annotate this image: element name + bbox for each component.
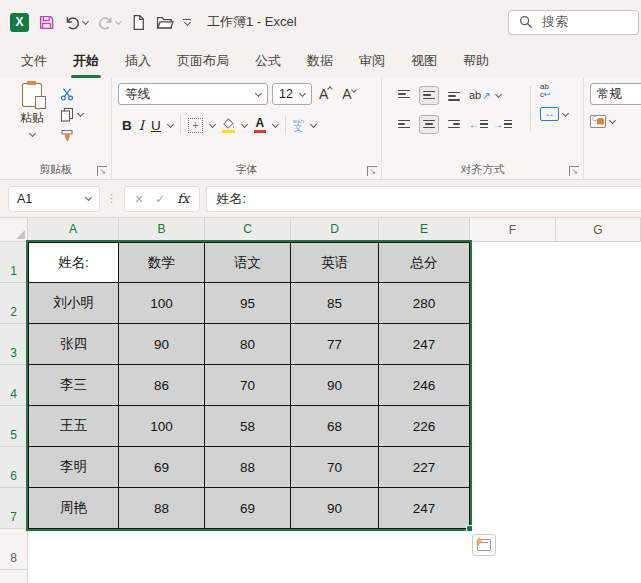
cell-e7[interactable]: 247 (379, 488, 470, 529)
borders-icon[interactable]: + (188, 118, 203, 133)
merge-center-button[interactable]: ↔ (540, 107, 568, 121)
copy-dropdown-icon[interactable] (77, 110, 84, 117)
cell-c2[interactable]: 95 (205, 283, 291, 324)
number-format-select[interactable]: 常规 (590, 83, 641, 105)
merge-dropdown-icon[interactable] (562, 109, 569, 116)
bold-button[interactable]: B (122, 118, 132, 133)
tab-insert[interactable]: 插入 (112, 44, 164, 78)
cell-c4[interactable]: 70 (205, 365, 291, 406)
cell-c7[interactable]: 69 (205, 488, 291, 529)
align-bottom-button[interactable] (444, 86, 464, 105)
decrease-font-size-button[interactable]: A (339, 86, 358, 102)
cell-d3[interactable]: 77 (291, 324, 379, 365)
cell-a6[interactable]: 李明 (28, 447, 119, 488)
cell-a1[interactable]: 姓名: (28, 242, 119, 283)
font-name-select[interactable]: 等线 (118, 83, 268, 105)
cell-e5[interactable]: 226 (379, 406, 470, 447)
cell-d4[interactable]: 90 (291, 365, 379, 406)
cell-e1[interactable]: 总分 (379, 242, 470, 283)
cell-c5[interactable]: 58 (205, 406, 291, 447)
tab-view[interactable]: 视图 (398, 44, 450, 78)
row-header-1[interactable]: 1 (0, 242, 27, 283)
column-header-a[interactable]: A (28, 218, 119, 242)
increase-indent-button[interactable]: → (493, 119, 512, 130)
cell-c6[interactable]: 88 (205, 447, 291, 488)
column-header-e[interactable]: E (379, 218, 470, 242)
column-header-g[interactable]: G (556, 218, 641, 242)
paste-dropdown-icon[interactable] (28, 130, 35, 137)
font-size-select[interactable]: 12 (272, 83, 312, 105)
cell-b4[interactable]: 86 (119, 365, 205, 406)
select-all-corner[interactable] (0, 218, 28, 242)
row-header-2[interactable]: 2 (0, 283, 27, 324)
cell-b5[interactable]: 100 (119, 406, 205, 447)
alignment-dialog-launcher-icon[interactable]: ↘ (569, 166, 579, 176)
column-header-f[interactable]: F (470, 218, 556, 242)
row-header-6[interactable]: 6 (0, 447, 27, 488)
column-header-b[interactable]: B (119, 218, 205, 242)
row-header-7[interactable]: 7 (0, 488, 27, 529)
cut-button[interactable] (60, 85, 83, 102)
cell-e4[interactable]: 246 (379, 365, 470, 406)
copy-button[interactable] (60, 106, 83, 123)
undo-button[interactable] (64, 14, 88, 31)
align-left-button[interactable] (394, 115, 414, 134)
cell-a5[interactable]: 王五 (28, 406, 119, 447)
tab-help[interactable]: 帮助 (450, 44, 502, 78)
customize-toolbar-button[interactable] (183, 19, 191, 25)
cell-b2[interactable]: 100 (119, 283, 205, 324)
align-center-button[interactable] (419, 115, 439, 134)
align-right-button[interactable] (444, 115, 464, 134)
new-file-button[interactable] (130, 14, 147, 31)
open-file-button[interactable] (156, 14, 174, 31)
enter-icon[interactable]: ✓ (155, 192, 165, 206)
row-header-3[interactable]: 3 (0, 324, 27, 365)
tab-page-layout[interactable]: 页面布局 (164, 44, 242, 78)
column-header-d[interactable]: D (291, 218, 379, 242)
cell-d5[interactable]: 68 (291, 406, 379, 447)
align-top-button[interactable] (394, 86, 414, 105)
cancel-icon[interactable]: × (135, 191, 143, 207)
underline-button[interactable]: U (151, 118, 161, 133)
orientation-dropdown-icon[interactable] (495, 90, 502, 97)
cell-e3[interactable]: 247 (379, 324, 470, 365)
cell-b3[interactable]: 90 (119, 324, 205, 365)
cell-b6[interactable]: 69 (119, 447, 205, 488)
underline-dropdown-icon[interactable] (167, 120, 174, 127)
fill-color-dropdown-icon[interactable] (241, 120, 248, 127)
borders-dropdown-icon[interactable] (209, 120, 216, 127)
font-color-button[interactable]: A (254, 118, 266, 133)
align-middle-button[interactable] (419, 86, 439, 105)
formula-input[interactable]: 姓名: (206, 186, 641, 212)
fill-handle[interactable] (466, 525, 473, 532)
font-color-dropdown-icon[interactable] (272, 120, 279, 127)
fill-color-button[interactable] (222, 118, 235, 133)
clipboard-dialog-launcher-icon[interactable]: ↘ (97, 166, 107, 176)
phonetic-guide-button[interactable]: wén 文 (293, 118, 304, 133)
tab-review[interactable]: 审阅 (346, 44, 398, 78)
search-box[interactable]: 搜索 (508, 10, 639, 35)
name-box-dropdown-icon[interactable] (85, 194, 92, 201)
insert-function-icon[interactable]: fx (177, 191, 189, 206)
column-header-c[interactable]: C (205, 218, 291, 242)
cell-b7[interactable]: 88 (119, 488, 205, 529)
tab-home[interactable]: 开始 (60, 44, 112, 78)
cell-e6[interactable]: 227 (379, 447, 470, 488)
wrap-text-button[interactable]: ab c↩ (540, 83, 551, 99)
cell-a2[interactable]: 刘小明 (28, 283, 119, 324)
tab-data[interactable]: 数据 (294, 44, 346, 78)
tab-formulas[interactable]: 公式 (242, 44, 294, 78)
paste-button[interactable]: 粘贴 (10, 83, 54, 144)
cell-d7[interactable]: 90 (291, 488, 379, 529)
decrease-indent-button[interactable]: ← (469, 119, 488, 130)
save-button[interactable] (38, 14, 55, 31)
cell-c3[interactable]: 80 (205, 324, 291, 365)
cell-a4[interactable]: 李三 (28, 365, 119, 406)
cell-b1[interactable]: 数学 (119, 242, 205, 283)
cell-d6[interactable]: 70 (291, 447, 379, 488)
cell-a3[interactable]: 张四 (28, 324, 119, 365)
row-header-5[interactable]: 5 (0, 406, 27, 447)
orientation-button[interactable]: ab ↗ (469, 89, 491, 101)
name-box[interactable]: A1 (8, 186, 100, 212)
tab-file[interactable]: 文件 (8, 44, 60, 78)
